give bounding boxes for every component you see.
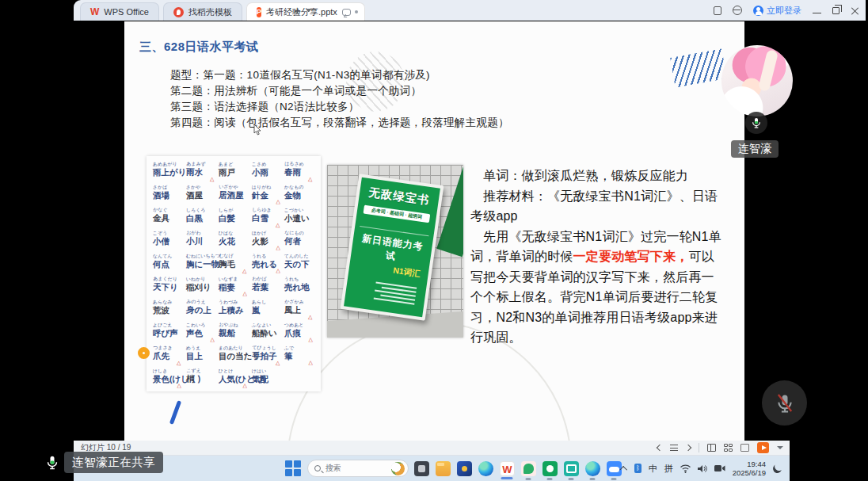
vocab-item: よびごえ 呼び声 — [153, 323, 186, 343]
login-button[interactable]: 立即登录 — [753, 5, 801, 17]
vocab-item: さかや 酒屋 — [185, 185, 219, 205]
reading-view-icon[interactable] — [740, 444, 749, 452]
sharing-label: 连智濠正在共享 — [64, 452, 163, 473]
file-explorer-icon[interactable] — [436, 461, 451, 476]
word: 金具 — [153, 212, 186, 223]
windows-taskbar: 搜索 W ᛒ 中 拼 19:44 2025/6/19 — [74, 456, 790, 481]
slideshow-play-button[interactable] — [757, 442, 769, 453]
tab-label: WPS Office — [104, 7, 149, 17]
vocab-item: こずえ 梢 — [185, 368, 219, 388]
vocab-item: みのうえ 身の上 — [185, 299, 219, 319]
previous-slide-icon[interactable] — [657, 445, 663, 451]
system-tray: ᛒ 中 拼 19:44 2025/6/19 — [622, 460, 782, 477]
word: 船酔い — [252, 328, 285, 338]
vocab-item: なんてん 何点 — [153, 254, 186, 274]
tab-docer-templates[interactable]: 找稻壳模板 — [163, 2, 242, 21]
globe-icon[interactable] — [733, 6, 742, 15]
vocab-item: かざかみ 風上 △ — [284, 299, 318, 319]
comment-bubble-icon[interactable] — [342, 9, 351, 16]
word: 呼び声 — [153, 328, 186, 338]
book-title: 无敌绿宝书 — [364, 185, 435, 209]
workspace-icon[interactable] — [714, 6, 721, 15]
mute-button[interactable] — [762, 380, 807, 426]
meeting-app-icon[interactable] — [542, 461, 558, 476]
login-label: 立即登录 — [767, 5, 801, 17]
slide[interactable]: 三、628日语水平考试 题型：第一题：10道假名互写(N1-N3的单词都有涉及)… — [124, 21, 744, 441]
app-icon-blue[interactable] — [457, 461, 472, 476]
wps-statusbar: 幻灯片 10 / 19 — [74, 441, 790, 456]
handwritten-notes-photo: あめあがり 雨上がり あまみず 雨水 △ あまど 雨戸 — [147, 156, 321, 391]
slide-sorter-icon[interactable] — [724, 444, 733, 452]
start-button[interactable] — [285, 460, 301, 476]
vocab-item: こぞう 小僧 — [153, 231, 186, 251]
sharing-indicator[interactable]: 连智濠正在共享 — [44, 452, 163, 473]
vocab-item: こさめ 小雨 — [252, 162, 285, 182]
restore-button[interactable] — [832, 7, 839, 14]
volume-icon[interactable] — [698, 464, 707, 473]
edge-browser-icon[interactable] — [478, 461, 493, 476]
tab-list-caret-icon[interactable] — [306, 9, 312, 15]
screen-share-app-icon[interactable] — [564, 461, 579, 476]
book-photo: 无敌绿宝书 必考词 · 基础词 · 超纲词 新日语能力考试 N1词汇 — [327, 165, 463, 338]
word: 上積み — [219, 305, 252, 315]
taskbar-search[interactable]: 搜索 — [307, 460, 409, 477]
camera-in-use-icon[interactable] — [714, 464, 725, 472]
word: 嵐 — [252, 305, 285, 315]
search-icon — [314, 465, 321, 471]
task-view-icon[interactable] — [414, 461, 429, 476]
taskbar-clock[interactable]: 19:44 2025/6/19 — [733, 460, 766, 477]
wps-titlebar: W WPS Office 找稻壳模板 P 考研经验分享.pptx + — [74, 0, 866, 21]
browser-icon[interactable] — [585, 461, 600, 476]
vocab-tip-line: 单词：做到滚瓜烂熟，锻炼反应能力 — [470, 166, 722, 186]
word: 気配 — [252, 374, 285, 384]
weather-widget-icon[interactable] — [391, 462, 405, 475]
new-tab-button[interactable]: + — [294, 3, 312, 17]
slide-list-icon[interactable] — [670, 445, 678, 451]
vocab-item: おがわ 小川 — [185, 230, 219, 250]
wps-taskbar-icon[interactable]: W — [500, 461, 515, 476]
vocab-item: うれる 売れる △ — [252, 254, 285, 274]
bluetooth-icon[interactable]: ᛒ — [634, 464, 641, 473]
check-mark: △ — [210, 338, 214, 342]
normal-view-icon[interactable] — [707, 444, 716, 452]
wpp-file-icon: P — [257, 7, 261, 17]
vocab-item: つまさき 爪先 △ — [153, 345, 186, 365]
webcam-avatar[interactable] — [721, 45, 793, 116]
ime-language-indicator[interactable]: 中 — [649, 463, 657, 475]
check-mark: △ — [308, 177, 313, 181]
vocab-item: はるさめ 春雨 △ — [284, 161, 318, 181]
word: 小川 — [185, 235, 219, 246]
check-mark: △ — [276, 200, 280, 204]
tab-wps-office[interactable]: W WPS Office — [80, 2, 159, 21]
word: 酒場 — [153, 190, 186, 200]
vocab-item: なにもの 何者 — [284, 230, 318, 250]
slide-right-text: 单词：做到滚瓜烂熟，锻炼反应能力 推荐材料：《无敌绿宝书N1词汇》、日语考级ap… — [470, 166, 722, 348]
play-options-caret-icon[interactable] — [777, 446, 783, 452]
check-mark: △ — [209, 177, 214, 181]
close-button[interactable] — [851, 6, 859, 15]
book-band: 必考词 · 基础词 · 超纲词 — [364, 205, 431, 223]
paragraph-red-emphasis: 一定要动笔写下来， — [573, 250, 689, 263]
ime-mode-indicator[interactable]: 拼 — [664, 463, 673, 475]
check-mark: △ — [309, 361, 313, 365]
vocab-item: あまみず 雨水 △ — [185, 161, 219, 181]
word: 何者 — [284, 235, 318, 246]
word: 白黒 — [186, 213, 219, 223]
wechat-icon[interactable] — [521, 461, 536, 476]
word: 雨戸 — [219, 167, 252, 178]
vocab-item: めうえ 目上 — [185, 345, 219, 366]
vocab-item: けはい 気配 — [252, 368, 285, 389]
body-line: 第四题：阅读（包括假名互写，段落翻译，选择题，段落理解主观题） — [133, 115, 509, 131]
focus-assist-moon-icon — [771, 463, 782, 474]
check-mark: △ — [276, 361, 280, 365]
next-slide-icon[interactable] — [685, 445, 691, 451]
wps-canvas: 三、628日语水平考试 题型：第一题：10道假名互写(N1-N3的单词都有涉及)… — [74, 21, 790, 441]
vocab-item: いねかり 稲刈り — [185, 277, 219, 297]
vocab-item: いなずま 稲妻 △ — [219, 277, 252, 297]
vocab-item: わかば 若葉 — [251, 276, 284, 296]
minimize-button[interactable] — [813, 13, 821, 13]
book-cover: 无敌绿宝书 必考词 · 基础词 · 超纲词 新日语能力考试 N1词汇 — [341, 174, 444, 320]
wifi-icon[interactable] — [680, 464, 691, 473]
word: 小雨 — [252, 167, 285, 178]
orange-ring-annotation — [138, 347, 150, 359]
